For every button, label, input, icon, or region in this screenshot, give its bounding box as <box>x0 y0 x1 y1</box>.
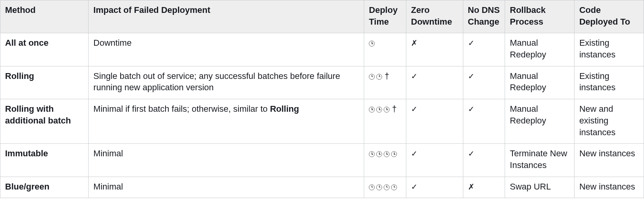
cell-code-deployed: New and existing instances <box>575 99 644 144</box>
cell-rollback: Terminate New Instances <box>505 144 575 177</box>
cell-zero-downtime: ✗ <box>406 33 463 66</box>
cell-impact: Minimal <box>89 177 364 198</box>
cell-deploy-time: † <box>364 66 406 99</box>
table-body: All at onceDowntime✗✓Manual RedeployExis… <box>0 33 644 198</box>
clock-icon <box>369 74 375 80</box>
clock-icon <box>384 151 390 157</box>
header-impact: Impact of Failed Deployment <box>89 0 364 33</box>
check-icon: ✓ <box>468 38 475 48</box>
impact-text: Downtime <box>93 38 132 48</box>
cell-impact: Minimal <box>89 144 364 177</box>
cell-no-dns-change: ✓ <box>463 66 505 99</box>
cell-method: All at once <box>0 33 89 66</box>
clock-icon <box>384 184 390 190</box>
cross-icon: ✗ <box>468 182 475 192</box>
cell-impact: Downtime <box>89 33 364 66</box>
dagger-icon: † <box>392 104 397 114</box>
cell-method: Blue/green <box>0 177 89 198</box>
table-row: Blue/greenMinimal✓✗Swap URLNew instances <box>0 177 644 198</box>
header-deploy: Deploy Time <box>364 0 406 33</box>
clock-icon <box>369 107 375 113</box>
check-icon: ✓ <box>468 104 475 114</box>
check-icon: ✓ <box>411 148 418 159</box>
header-dns: No DNS Change <box>463 0 505 33</box>
cell-impact: Minimal if first batch fails; otherwise,… <box>89 99 364 144</box>
header-zero: Zero Downtime <box>406 0 463 33</box>
cell-code-deployed: New instances <box>575 177 644 198</box>
cell-deploy-time <box>364 177 406 198</box>
clock-icon <box>391 184 397 190</box>
table-header: Method Impact of Failed Deployment Deplo… <box>0 0 644 33</box>
impact-bold: Rolling <box>270 104 299 114</box>
check-icon: ✓ <box>468 148 475 159</box>
cell-no-dns-change: ✓ <box>463 144 505 177</box>
check-icon: ✓ <box>468 71 475 82</box>
header-code: Code Deployed To <box>575 0 644 33</box>
cell-zero-downtime: ✓ <box>406 99 463 144</box>
cell-zero-downtime: ✓ <box>406 177 463 198</box>
clock-icon <box>376 107 382 113</box>
table-row: ImmutableMinimal✓✓Terminate New Instance… <box>0 144 644 177</box>
cell-rollback: Manual Redeploy <box>505 33 575 66</box>
clock-icon <box>376 184 382 190</box>
cell-no-dns-change: ✓ <box>463 33 505 66</box>
cross-icon: ✗ <box>411 38 418 48</box>
cell-code-deployed: New instances <box>575 144 644 177</box>
check-icon: ✓ <box>411 182 418 192</box>
table-row: Rolling with additional batchMinimal if … <box>0 99 644 144</box>
impact-text: Single batch out of service; any success… <box>93 71 340 93</box>
deployment-methods-table: Method Impact of Failed Deployment Deplo… <box>0 0 644 198</box>
impact-text: Minimal <box>93 182 123 191</box>
cell-rollback: Manual Redeploy <box>505 66 575 99</box>
cell-no-dns-change: ✓ <box>463 99 505 144</box>
impact-text: Minimal <box>93 148 123 158</box>
cell-method: Rolling with additional batch <box>0 99 89 144</box>
cell-deploy-time <box>364 144 406 177</box>
cell-method: Immutable <box>0 144 89 177</box>
check-icon: ✓ <box>411 71 418 82</box>
cell-zero-downtime: ✓ <box>406 66 463 99</box>
clock-icon <box>384 107 390 113</box>
table-row: All at onceDowntime✗✓Manual RedeployExis… <box>0 33 644 66</box>
cell-no-dns-change: ✗ <box>463 177 505 198</box>
impact-text: Minimal if first batch fails; otherwise,… <box>93 104 270 114</box>
dagger-icon: † <box>384 71 389 81</box>
clock-icon <box>369 184 375 190</box>
cell-code-deployed: Existing instances <box>575 33 644 66</box>
header-method: Method <box>0 0 89 33</box>
cell-deploy-time: † <box>364 99 406 144</box>
cell-rollback: Swap URL <box>505 177 575 198</box>
check-icon: ✓ <box>411 104 418 114</box>
table-row: RollingSingle batch out of service; any … <box>0 66 644 99</box>
header-rollback: Rollback Process <box>505 0 575 33</box>
clock-icon <box>391 151 397 157</box>
cell-zero-downtime: ✓ <box>406 144 463 177</box>
cell-code-deployed: Existing instances <box>575 66 644 99</box>
clock-icon <box>376 74 382 80</box>
cell-impact: Single batch out of service; any success… <box>89 66 364 99</box>
clock-icon <box>369 41 375 46</box>
cell-rollback: Manual Redeploy <box>505 99 575 144</box>
clock-icon <box>369 151 375 157</box>
cell-method: Rolling <box>0 66 89 99</box>
clock-icon <box>376 151 382 157</box>
cell-deploy-time <box>364 33 406 66</box>
